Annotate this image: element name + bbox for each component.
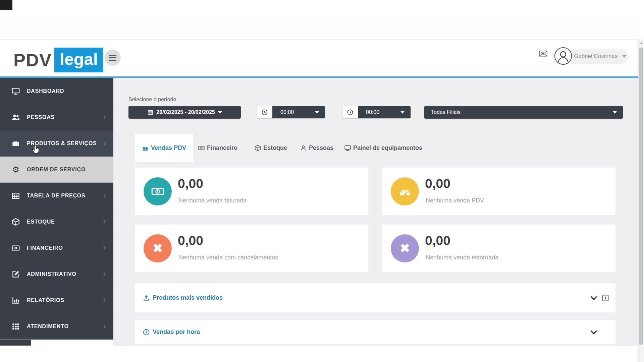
user-avatar-icon[interactable] (554, 47, 572, 65)
tab-estoque[interactable]: Estoque (254, 134, 287, 162)
tab-label: Estoque (263, 144, 287, 152)
chevron-right-icon: › (103, 216, 106, 227)
sidebar-item-relatorios[interactable]: RELATÓRIOS › (0, 287, 113, 313)
stat-card-cancelamentos: ✖ 0,00 Nenhuma venda com cancelamentos (135, 225, 368, 272)
sidebar-item-estoque[interactable]: ESTOQUE › (0, 209, 113, 235)
tab-vendas-pdv[interactable]: Vendas PDV (135, 134, 193, 162)
sidebar-item-dashboard[interactable]: DASHBOARD (0, 78, 113, 104)
period-label: Selecione o período (128, 97, 176, 103)
window-corner-artifact (0, 0, 12, 10)
clock-icon (257, 106, 272, 118)
sidebar-item-label: TABELA DE PREÇOS (27, 193, 86, 199)
hamburger-menu-button[interactable] (105, 50, 121, 66)
sidebar-item-financeiro[interactable]: FINANCEIRO › (0, 235, 113, 261)
panel-title: Produtos mais vendidos (153, 294, 223, 301)
chevron-down-icon (613, 111, 617, 114)
stat-caption: Nenhuma venda com cancelamentos (178, 254, 278, 261)
sidebar-item-label: RELATÓRIOS (27, 297, 64, 303)
area-chart-icon (142, 144, 149, 152)
chevron-down-icon (400, 111, 405, 114)
logo-text-pdv: PDV (13, 50, 52, 70)
screen: ← → ⟳ pdvlegal.com.br ☆ ⋮ PDV legal ✉ (0, 0, 644, 362)
date-range-value: 20/02/2025 - 20/02/2025 (156, 109, 215, 115)
bottom-strip (0, 346, 644, 362)
branch-value: Todas Filiais (431, 109, 461, 115)
add-icon[interactable] (601, 294, 609, 302)
clock-icon (342, 106, 358, 118)
stat-value: 0,00 (425, 176, 450, 191)
mail-icon[interactable]: ✉ (538, 47, 548, 60)
logo-text-legal: legal (54, 48, 103, 72)
panel-vendas-por-hora: Vendas por hora (135, 320, 615, 344)
app-logo[interactable]: PDV legal (13, 48, 103, 72)
tab-label: Painel de equipamentos (353, 144, 422, 152)
chevron-right-icon: › (103, 268, 106, 279)
sidebar-item-produtos-servicos[interactable]: PRODUTOS & SERVIÇOS › (0, 130, 113, 157)
chevron-right-icon: › (103, 242, 106, 253)
person-icon (300, 144, 307, 152)
mouse-cursor-pointer (32, 144, 41, 155)
stat-card-estornada: ✖ 0,00 Nenhuma venda estornada (382, 225, 615, 272)
chevron-down-icon (622, 55, 626, 58)
sidebar-item-atendimento[interactable]: ATENDIMENTO › (0, 313, 113, 340)
users-icon (11, 113, 20, 122)
money-icon (11, 244, 20, 252)
sidebar-item-label: PESSOAS (27, 114, 55, 120)
scrollbar-up-arrow[interactable]: ▲ (639, 41, 644, 45)
browser-toolbar: ← → ⟳ pdvlegal.com.br ☆ ⋮ (0, 17, 638, 40)
tab-pessoas[interactable]: Pessoas (300, 134, 333, 162)
sidebar-item-pessoas[interactable]: PESSOAS › (0, 104, 113, 130)
scrollbar-thumb[interactable] (639, 48, 643, 345)
chevron-down-icon (218, 111, 222, 114)
app-header: PDV legal ✉ Gabriel Coxinhas (0, 40, 638, 76)
time-start-value: 00:00 (280, 109, 294, 115)
sidebar-item-label: FINANCEIRO (27, 245, 63, 251)
sidebar-item-ordem-de-servico[interactable]: ⚙ ORDEM DE SERVIÇO (0, 157, 113, 183)
bar-chart-icon (11, 296, 20, 305)
branch-select[interactable]: Todas Filiais (424, 106, 623, 119)
user-name: Gabriel Coxinhas (574, 53, 618, 60)
tab-label: Pessoas (309, 144, 333, 152)
calendar-icon (147, 109, 153, 115)
grid-icon (11, 322, 20, 331)
products-icon (11, 139, 20, 148)
chevron-right-icon: › (103, 112, 106, 122)
chevron-down-icon[interactable] (589, 294, 598, 302)
stat-card-pdv: 0,00 Nenhuma venda PDV (382, 168, 615, 215)
money-icon (198, 144, 205, 152)
chevron-right-icon: › (103, 295, 106, 305)
main-content: Selecione o período 20/02/2025 - 20/02/2… (113, 78, 638, 346)
stat-value: 0,00 (178, 233, 203, 248)
sidebar-item-label: ATENDIMENTO (27, 323, 69, 329)
sidebar-item-administrativo[interactable]: ADMINISTRATIVO › (0, 261, 113, 287)
sidebar-item-label: ORDEM DE SERVIÇO (27, 167, 86, 173)
stat-value: 0,00 (178, 176, 203, 191)
time-start-picker[interactable]: 00:00 (257, 106, 325, 119)
stat-caption: Nenhuma venda estornada (426, 254, 498, 261)
stat-caption: Nenhuma venda PDV (426, 197, 484, 204)
tab-label: Financeiro (207, 144, 237, 152)
date-range-picker[interactable]: 20/02/2025 - 20/02/2025 (128, 106, 241, 119)
gauge-icon (391, 177, 419, 205)
panel-title: Vendas por hora (153, 328, 200, 336)
upload-icon (143, 294, 150, 302)
chevron-right-icon: › (103, 138, 106, 148)
tab-painel-de-equipamentos[interactable]: Painel de equipamentos (344, 134, 422, 162)
banknote-icon (144, 177, 172, 205)
cube-icon (11, 218, 20, 226)
stat-card-faturada: 0,00 Nenhuma venda faturada (135, 168, 368, 215)
tab-financeiro[interactable]: Financeiro (198, 134, 237, 162)
time-end-picker[interactable]: 00:00 (342, 106, 411, 119)
chevron-down-icon[interactable] (589, 328, 598, 337)
clock-icon (143, 328, 150, 336)
chevron-right-icon: › (103, 321, 106, 331)
sidebar-item-label: DASHBOARD (27, 88, 64, 94)
sidebar-item-tabela-de-precos[interactable]: TABELA DE PREÇOS › (0, 183, 113, 209)
cube-icon (254, 144, 261, 152)
table-icon (11, 191, 20, 200)
monitor-icon (11, 87, 20, 96)
page-scrollbar[interactable]: ▲ (638, 40, 644, 362)
tab-label: Vendas PDV (151, 144, 186, 152)
sidebar-item-label: ESTOQUE (27, 219, 55, 225)
x-icon: ✖ (391, 234, 419, 262)
